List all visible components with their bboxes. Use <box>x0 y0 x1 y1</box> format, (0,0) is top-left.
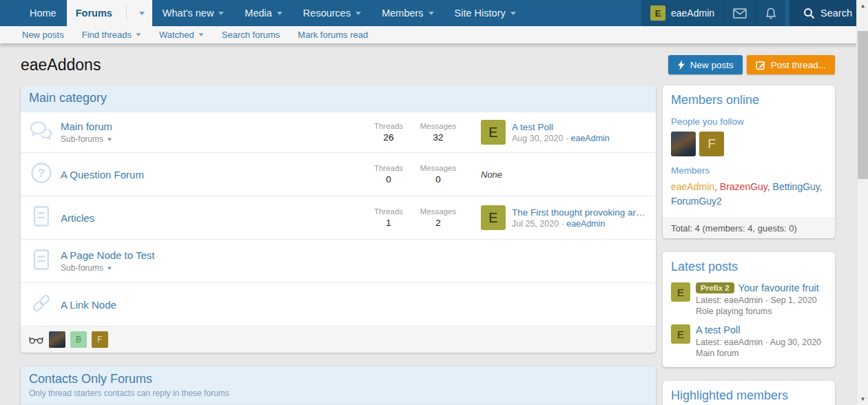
conversations-button[interactable] <box>724 0 756 26</box>
subnav: New posts Find threads Watched Search fo… <box>0 26 868 43</box>
chevron-down-icon <box>510 12 516 15</box>
new-posts-button[interactable]: New posts <box>668 55 743 74</box>
thread-link[interactable]: A test Poll <box>696 324 740 335</box>
forum-title-link[interactable]: A Link Node <box>61 299 648 311</box>
highlighted-members-title[interactable]: Highlighted members <box>671 388 827 403</box>
question-icon: ? <box>29 160 56 188</box>
scrollbar-thumb[interactable] <box>858 31 868 179</box>
subnav-new-posts[interactable]: New posts <box>22 30 64 40</box>
members-name-list: eaeAdmin, BrazenGuy, BettingGuy, ForumGu… <box>671 180 827 209</box>
chevron-down-icon <box>107 138 112 141</box>
chevron-down-icon <box>277 12 282 15</box>
scroll-up-arrow[interactable]: ▲ <box>857 0 868 12</box>
eyeglasses-icon <box>29 335 44 345</box>
latest-thread-link[interactable]: The First thought provoking article <box>512 207 648 218</box>
subforums-toggle[interactable]: Sub-forums <box>61 263 112 273</box>
nav-item-resources[interactable]: Resources <box>293 0 371 26</box>
chevron-down-icon <box>428 12 434 15</box>
scroll-down-arrow[interactable]: ▼ <box>857 393 868 405</box>
viewer-avatar-image[interactable] <box>49 331 65 348</box>
nav-item-site-history[interactable]: Site History <box>444 0 526 26</box>
forum-title-link[interactable]: Articles <box>61 212 364 224</box>
forum-title-link[interactable]: A Question Forum <box>61 169 364 180</box>
forum-info: A Link Node <box>56 299 648 311</box>
nav-item-label: Media <box>245 8 272 19</box>
threads-label: Threads <box>364 122 413 130</box>
viewer-avatar[interactable]: B <box>70 331 87 348</box>
pencil-square-icon <box>756 60 766 70</box>
subforums-toggle[interactable]: Sub-forums <box>61 134 112 144</box>
nav-item-whats-new[interactable]: What's new <box>152 0 235 26</box>
latest-user-link[interactable]: eaeAdmin <box>570 134 609 143</box>
page-title: eaeAddons <box>21 56 101 74</box>
member-link[interactable]: eaeAdmin <box>671 181 714 192</box>
avatar[interactable]: E <box>671 324 690 344</box>
subnav-find-threads[interactable]: Find threads <box>82 30 141 40</box>
subforums-label: Sub-forums <box>61 263 103 273</box>
forum-row-main-forum: Main forum Sub-forums Threads 26 Message… <box>21 112 656 153</box>
member-link[interactable]: BettingGuy <box>773 181 820 192</box>
avatar[interactable]: E <box>671 282 690 302</box>
search-icon <box>803 8 815 19</box>
button-label: Post thread... <box>771 60 826 70</box>
nav-item-members[interactable]: Members <box>371 0 444 26</box>
avatar[interactable]: E <box>481 205 506 230</box>
sidebar: Members online People you follow F Membe… <box>663 85 835 405</box>
forum-info: A Page Node to Test Sub-forums <box>56 249 648 273</box>
envelope-icon <box>733 8 747 19</box>
online-total: Total: 4 (members: 4, guests: 0) <box>663 218 835 238</box>
thread-link[interactable]: Your favourite fruit <box>738 282 819 293</box>
thread-meta: Latest: eaeAdmin · Aug 30, 2020 <box>696 338 821 347</box>
category-title[interactable]: Main category <box>29 91 648 105</box>
subnav-watched[interactable]: Watched <box>159 30 204 40</box>
avatar[interactable]: E <box>650 6 665 21</box>
forum-stats: Threads 0 Messages 0 <box>364 164 463 185</box>
member-avatar-image[interactable] <box>671 132 696 156</box>
members-online-title[interactable]: Members online <box>671 93 827 107</box>
viewer-avatar[interactable]: F <box>92 331 108 348</box>
subnav-mark-forums-read[interactable]: Mark forums read <box>298 30 368 40</box>
forum-title-link[interactable]: Main forum <box>61 121 364 132</box>
vertical-scrollbar[interactable]: ▲ ▼ <box>856 0 868 405</box>
thread-forum: Main forum <box>696 349 821 358</box>
search-button[interactable]: Search <box>789 0 866 26</box>
messages-label: Messages <box>413 164 463 172</box>
separator: , <box>767 181 773 192</box>
latest-meta: Aug 30, 2020 · eaeAdmin <box>512 134 610 143</box>
latest-none: None <box>481 169 502 180</box>
account-menu[interactable]: E eaeAdmin <box>641 0 724 26</box>
forum-row-question-forum: ? A Question Forum Threads 0 Messages <box>21 153 656 196</box>
latest-thread-link[interactable]: A test Poll <box>512 122 610 132</box>
post-thread-button[interactable]: Post thread... <box>747 55 835 74</box>
latest-posts-block: Latest posts E Prefix 2 Your favourite f… <box>663 252 835 367</box>
latest-posts-title[interactable]: Latest posts <box>671 260 827 274</box>
username: eaeAdmin <box>671 8 714 19</box>
alerts-button[interactable] <box>756 0 785 26</box>
latest-user-link[interactable]: eaeAdmin <box>566 219 605 229</box>
nav-item-home[interactable]: Home <box>19 0 67 26</box>
forum-stats: Threads 1 Messages 2 <box>364 207 463 228</box>
forum-title-link[interactable]: A Page Node to Test <box>61 249 648 261</box>
forum-info: Articles <box>56 212 364 224</box>
subnav-label: Search forums <box>222 30 280 40</box>
separator: , <box>714 181 720 192</box>
messages-label: Messages <box>413 207 463 216</box>
member-link[interactable]: ForumGuy2 <box>671 196 722 207</box>
nav-item-forums[interactable]: Forums <box>67 0 152 26</box>
subnav-search-forums[interactable]: Search forums <box>222 30 280 40</box>
subforums-label: Sub-forums <box>61 134 103 144</box>
search-label: Search <box>820 8 852 19</box>
member-link[interactable]: BrazenGuy <box>720 181 767 192</box>
members-online-block: Members online People you follow F Membe… <box>663 85 835 238</box>
avatar[interactable]: E <box>481 120 506 145</box>
latest-meta: Jul 25, 2020 · eaeAdmin <box>512 219 648 229</box>
bolt-icon <box>677 60 685 70</box>
latest-post-item: E Prefix 2 Your favourite fruit Latest: … <box>671 282 827 316</box>
member-avatar[interactable]: F <box>699 132 724 156</box>
nav-item-media[interactable]: Media <box>234 0 293 26</box>
chevron-down-icon[interactable] <box>132 12 152 15</box>
category-title[interactable]: Contacts Only Forums <box>29 372 648 386</box>
category-contacts-only: Contacts Only Forums Only thread starter… <box>21 366 656 405</box>
thread-prefix-badge[interactable]: Prefix 2 <box>696 282 734 293</box>
svg-text:?: ? <box>38 167 45 180</box>
